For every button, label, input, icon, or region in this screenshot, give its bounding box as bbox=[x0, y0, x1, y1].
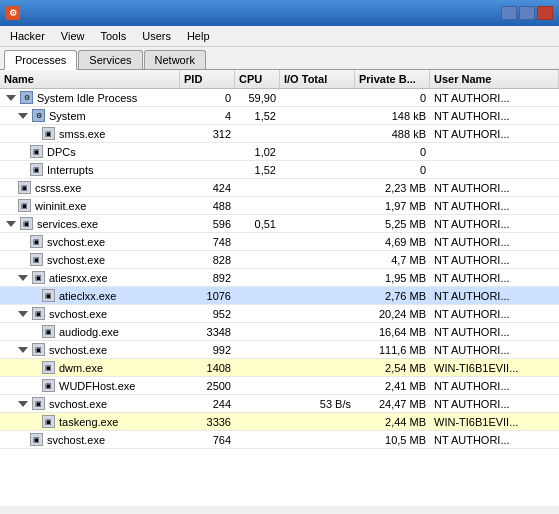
col-header-cpu[interactable]: CPU bbox=[235, 70, 280, 88]
process-name-text: System Idle Process bbox=[37, 92, 137, 104]
table-row[interactable]: ▣svchost.exe95220,24 MBNT AUTHORI... bbox=[0, 305, 559, 323]
tab-network[interactable]: Network bbox=[144, 50, 206, 69]
process-private-bytes: 2,23 MB bbox=[355, 179, 430, 196]
menu-item-view[interactable]: View bbox=[55, 28, 91, 44]
col-header-pid[interactable]: PID bbox=[180, 70, 235, 88]
process-icon: ⚙ bbox=[20, 91, 33, 104]
process-io bbox=[280, 233, 355, 250]
process-cpu bbox=[235, 341, 280, 358]
process-io bbox=[280, 359, 355, 376]
table-row[interactable]: ▣DPCs1,020 bbox=[0, 143, 559, 161]
process-pid bbox=[180, 143, 235, 160]
table-row[interactable]: ▣svchost.exe992111,6 MBNT AUTHORI... bbox=[0, 341, 559, 359]
process-cpu: 1,52 bbox=[235, 107, 280, 124]
process-icon: ▣ bbox=[20, 217, 33, 230]
col-header-i-o-total[interactable]: I/O Total bbox=[280, 70, 355, 88]
close-button[interactable] bbox=[537, 6, 553, 20]
process-name-text: services.exe bbox=[37, 218, 98, 230]
process-icon: ▣ bbox=[30, 163, 43, 176]
menu-item-help[interactable]: Help bbox=[181, 28, 216, 44]
collapse-icon[interactable] bbox=[6, 95, 16, 101]
table-container: NamePIDCPUI/O TotalPrivate B...User Name… bbox=[0, 70, 559, 506]
tab-bar: ProcessesServicesNetwork bbox=[0, 47, 559, 70]
process-io bbox=[280, 161, 355, 178]
process-icon: ▣ bbox=[30, 145, 43, 158]
menu-item-tools[interactable]: Tools bbox=[95, 28, 133, 44]
table-row[interactable]: ▣audiodg.exe334816,64 MBNT AUTHORI... bbox=[0, 323, 559, 341]
process-icon: ▣ bbox=[30, 433, 43, 446]
table-row[interactable]: ▣atieclxx.exe10762,76 MBNT AUTHORI... bbox=[0, 287, 559, 305]
process-pid: 244 bbox=[180, 395, 235, 412]
table-row[interactable]: ▣csrss.exe4242,23 MBNT AUTHORI... bbox=[0, 179, 559, 197]
table-row[interactable]: ▣wininit.exe4881,97 MBNT AUTHORI... bbox=[0, 197, 559, 215]
process-pid: 4 bbox=[180, 107, 235, 124]
menu-bar: HackerViewToolsUsersHelp bbox=[0, 26, 559, 47]
tab-services[interactable]: Services bbox=[78, 50, 142, 69]
process-pid: 0 bbox=[180, 89, 235, 106]
process-private-bytes: 5,25 MB bbox=[355, 215, 430, 232]
collapse-icon[interactable] bbox=[18, 311, 28, 317]
table-row[interactable]: ▣dwm.exe14082,54 MBWIN-TI6B1EVII... bbox=[0, 359, 559, 377]
process-io bbox=[280, 269, 355, 286]
process-io bbox=[280, 179, 355, 196]
collapse-icon[interactable] bbox=[18, 347, 28, 353]
process-user: WIN-TI6B1EVII... bbox=[430, 359, 559, 376]
maximize-button[interactable] bbox=[519, 6, 535, 20]
table-row[interactable]: ▣WUDFHost.exe25002,41 MBNT AUTHORI... bbox=[0, 377, 559, 395]
process-name-text: atiesrxx.exe bbox=[49, 272, 108, 284]
process-private-bytes: 24,47 MB bbox=[355, 395, 430, 412]
table-row[interactable]: ▣svchost.exe76410,5 MBNT AUTHORI... bbox=[0, 431, 559, 449]
col-header-private-b---[interactable]: Private B... bbox=[355, 70, 430, 88]
process-icon: ▣ bbox=[42, 127, 55, 140]
menu-item-users[interactable]: Users bbox=[136, 28, 177, 44]
process-icon: ▣ bbox=[42, 289, 55, 302]
process-icon: ▣ bbox=[42, 415, 55, 428]
table-row[interactable]: ▣atiesrxx.exe8921,95 MBNT AUTHORI... bbox=[0, 269, 559, 287]
process-pid: 2500 bbox=[180, 377, 235, 394]
process-icon: ▣ bbox=[42, 379, 55, 392]
col-header-name[interactable]: Name bbox=[0, 70, 180, 88]
process-io bbox=[280, 125, 355, 142]
process-io bbox=[280, 323, 355, 340]
process-user: NT AUTHORI... bbox=[430, 269, 559, 286]
table-row[interactable]: ▣svchost.exe7484,69 MBNT AUTHORI... bbox=[0, 233, 559, 251]
tab-processes[interactable]: Processes bbox=[4, 50, 77, 70]
table-row[interactable]: ▣taskeng.exe33362,44 MBWIN-TI6B1EVII... bbox=[0, 413, 559, 431]
table-row[interactable]: ⚙System41,52148 kBNT AUTHORI... bbox=[0, 107, 559, 125]
table-row[interactable]: ⚙System Idle Process059,900NT AUTHORI... bbox=[0, 89, 559, 107]
collapse-icon[interactable] bbox=[18, 113, 28, 119]
process-private-bytes: 16,64 MB bbox=[355, 323, 430, 340]
process-name-text: Interrupts bbox=[47, 164, 93, 176]
process-cpu bbox=[235, 413, 280, 430]
process-name-text: atieclxx.exe bbox=[59, 290, 116, 302]
process-icon: ▣ bbox=[32, 271, 45, 284]
process-io bbox=[280, 143, 355, 160]
process-pid: 992 bbox=[180, 341, 235, 358]
app-icon: ⚙ bbox=[6, 6, 20, 20]
process-io bbox=[280, 377, 355, 394]
collapse-icon[interactable] bbox=[18, 401, 28, 407]
process-user: NT AUTHORI... bbox=[430, 341, 559, 358]
process-private-bytes: 2,54 MB bbox=[355, 359, 430, 376]
process-pid: 892 bbox=[180, 269, 235, 286]
collapse-icon[interactable] bbox=[6, 221, 16, 227]
table-body[interactable]: ⚙System Idle Process059,900NT AUTHORI...… bbox=[0, 89, 559, 503]
process-private-bytes: 148 kB bbox=[355, 107, 430, 124]
collapse-icon[interactable] bbox=[18, 275, 28, 281]
process-name-text: WUDFHost.exe bbox=[59, 380, 135, 392]
table-row[interactable]: ▣smss.exe312488 kBNT AUTHORI... bbox=[0, 125, 559, 143]
process-private-bytes: 2,41 MB bbox=[355, 377, 430, 394]
table-row[interactable]: ▣svchost.exe24453 B/s24,47 MBNT AUTHORI.… bbox=[0, 395, 559, 413]
process-private-bytes: 2,76 MB bbox=[355, 287, 430, 304]
table-row[interactable]: ▣Interrupts1,520 bbox=[0, 161, 559, 179]
minimize-button[interactable] bbox=[501, 6, 517, 20]
table-row[interactable]: ▣services.exe5960,515,25 MBNT AUTHORI... bbox=[0, 215, 559, 233]
menu-item-hacker[interactable]: Hacker bbox=[4, 28, 51, 44]
col-header-user-name[interactable]: User Name bbox=[430, 70, 559, 88]
process-io bbox=[280, 413, 355, 430]
process-icon: ▣ bbox=[32, 397, 45, 410]
table-row[interactable]: ▣svchost.exe8284,7 MBNT AUTHORI... bbox=[0, 251, 559, 269]
title-bar: ⚙ bbox=[0, 0, 559, 26]
process-icon: ▣ bbox=[32, 307, 45, 320]
process-name-text: smss.exe bbox=[59, 128, 105, 140]
